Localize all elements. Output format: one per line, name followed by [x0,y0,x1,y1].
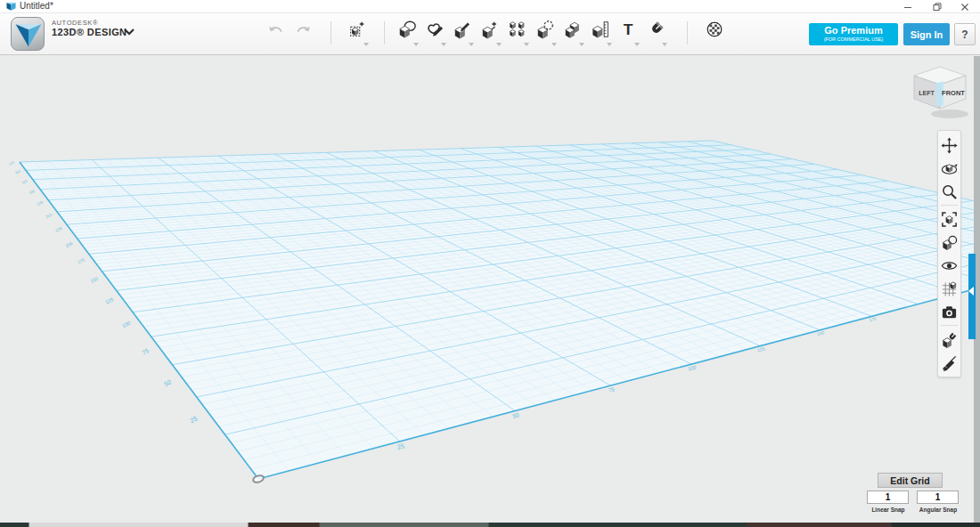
restore-icon [933,3,942,12]
pattern-tool-button[interactable] [506,18,529,41]
primitives-tool-button[interactable] [396,18,419,41]
brand-logo-icon [12,18,45,50]
navigation-toolbar [937,130,961,377]
screenshot-icon [941,304,958,320]
measure-icon [591,20,610,39]
linear-snap-label: Linear Snap [862,507,915,513]
undo-tool-button[interactable] [264,18,287,41]
pattern-flyout-chevron[interactable] [524,43,529,46]
grouping-flyout-chevron[interactable] [551,43,557,46]
sign-in-label: Sign In [911,29,943,40]
construct-tool-button[interactable] [451,18,474,41]
viewport-3d-grid[interactable]: 2550751001251501752002252502753003253503… [0,56,980,527]
hide-solids-tool-button[interactable] [938,328,960,351]
modify-icon [480,20,500,39]
snap-flyout-chevron[interactable] [662,43,667,46]
combine-flyout-chevron[interactable] [579,43,584,46]
screenshot-tool-button[interactable] [938,300,960,323]
main-menu-chevron-icon[interactable] [123,28,135,36]
grid-toggle-icon [941,280,958,297]
brand-logo [11,17,45,51]
side-panel-handle[interactable] [968,254,976,339]
sketch-tool-button[interactable] [423,18,446,41]
svg-text:175: 175 [869,316,877,322]
pan-icon [941,137,958,154]
app-logo-icon [6,2,16,12]
brand-line2: 123D® DESIGN [52,27,127,37]
go-premium-sublabel: (FOR COMMERCIAL USE) [809,36,898,42]
main-toolbar: AUTODESK® 123D® DESIGN Go Premium (FOR C… [0,13,980,55]
close-button[interactable] [951,0,978,13]
text-icon: T [618,20,638,39]
svg-text:125: 125 [756,345,765,353]
snap-tool-button[interactable] [644,18,667,41]
view-cube[interactable]: LEFT FRONT [905,59,975,123]
edit-grid-button[interactable]: Edit Grid [878,473,943,488]
measure-tool-button[interactable] [589,18,612,41]
redo-tool-button[interactable] [292,18,315,41]
restore-button[interactable] [924,0,951,13]
import-flyout-chevron[interactable] [363,43,369,46]
shading-tool-button[interactable] [938,231,960,254]
grid-toggle-tool-button[interactable] [938,277,960,300]
text-tool-button[interactable]: T [617,18,640,41]
svg-text:100: 100 [121,320,132,328]
panel-expand-arrow-icon [968,287,974,296]
modify-tool-button[interactable] [478,18,502,41]
sketch-icon [425,20,445,39]
modify-flyout-chevron[interactable] [496,43,502,46]
pattern-icon [508,20,527,39]
orbit-tool-button[interactable] [938,157,960,180]
import-tool-button[interactable] [346,18,369,41]
zoom-icon [941,183,958,200]
combine-tool-button[interactable] [561,18,584,41]
svg-text:375: 375 [8,161,14,166]
orbit-icon [941,160,958,177]
svg-text:100: 100 [687,364,697,371]
grouping-icon [535,20,555,39]
hide-sketches-tool-button[interactable] [938,351,960,374]
svg-text:75: 75 [141,347,150,356]
pan-tool-button[interactable] [938,134,960,157]
view-cube-front-face-label: FRONT [942,89,965,97]
help-button[interactable]: ? [954,23,976,45]
window-title: Untitled* [20,1,53,11]
angular-snap-input[interactable] [917,491,959,504]
svg-text:150: 150 [89,276,99,284]
minimize-icon [903,3,912,12]
linear-snap-input[interactable] [867,491,909,504]
grouping-tool-button[interactable] [534,18,557,41]
view-cube-left-face-label: LEFT [919,90,935,96]
visibility-icon [941,257,958,274]
snap-icon [646,20,666,39]
minimize-button[interactable] [894,0,921,13]
go-premium-label: Go Premium [809,23,898,36]
redo-icon [294,20,314,39]
construct-flyout-chevron[interactable] [469,43,474,46]
text-flyout-chevron[interactable] [634,43,640,46]
fit-tool-button[interactable] [938,207,960,231]
measure-flyout-chevron[interactable] [607,43,612,46]
svg-text:50: 50 [163,378,172,387]
zoom-tool-button[interactable] [938,180,960,203]
viewport-3d[interactable]: 2550751001251501752002252502753003253503… [0,56,980,527]
rail-separator [941,325,958,326]
svg-text:275: 275 [37,199,45,207]
window-bottom-edge-strip [0,523,980,527]
import-icon [347,20,367,39]
go-premium-button[interactable]: Go Premium (FOR COMMERCIAL USE) [809,23,898,45]
material-tool-button[interactable] [703,18,726,41]
sign-in-button[interactable]: Sign In [903,23,950,45]
visibility-tool-button[interactable] [938,254,960,277]
hide-solids-icon [941,331,958,348]
svg-text:225: 225 [54,226,62,233]
fit-icon [941,211,958,228]
angular-snap-label: Angular Snap [911,507,965,513]
svg-text:50: 50 [511,411,519,419]
brand-line1: AUTODESK® [52,20,127,27]
svg-text:200: 200 [65,241,74,248]
svg-text:150: 150 [817,330,825,336]
primitives-flyout-chevron[interactable] [413,43,419,46]
sketch-flyout-chevron[interactable] [441,43,446,46]
help-label: ? [961,28,968,41]
